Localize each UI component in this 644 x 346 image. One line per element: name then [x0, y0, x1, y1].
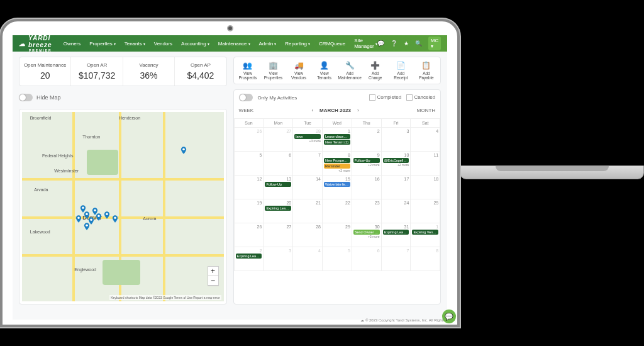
calendar-day[interactable]: 9Follow-Up+2 more	[352, 152, 381, 176]
calendar-day[interactable]: 28	[293, 223, 323, 247]
calendar-day[interactable]: 1Expiring Vendor…	[411, 223, 440, 247]
calendar-day[interactable]: 14	[293, 176, 323, 199]
month-view-button[interactable]: MONTH	[417, 108, 435, 113]
calendar-event[interactable]: Expiring Vendor…	[412, 230, 438, 235]
chat-button[interactable]: 💬	[442, 310, 447, 320]
nav-reporting[interactable]: Reporting	[285, 38, 310, 49]
calendar-event[interactable]: Expiring Lease (…	[383, 230, 409, 235]
stat-open-ar[interactable]: Open AR$107,732	[71, 57, 123, 86]
zoom-in-button[interactable]: +	[208, 267, 218, 276]
chat-icon[interactable]: 💬	[377, 40, 384, 47]
calendar-day[interactable]: 11	[411, 152, 440, 176]
calendar-day[interactable]: 26	[234, 223, 264, 247]
calendar-event[interactable]: Reminder	[324, 164, 350, 169]
nav-tenants[interactable]: Tenants	[125, 38, 145, 49]
calendar-day[interactable]: 21	[293, 199, 323, 223]
nav-admin[interactable]: Admin	[259, 38, 277, 49]
brand-logo[interactable]: ☁ YARDI breeze PREMIER	[19, 35, 52, 52]
calendar-event[interactable]: New Tenant (1)	[324, 140, 350, 145]
calendar-day[interactable]: 27	[264, 223, 293, 247]
calendar-day[interactable]: 29	[322, 223, 352, 247]
only-my-toggle[interactable]	[239, 94, 253, 101]
calendar-day[interactable]: 16	[352, 176, 381, 199]
action-add-maintenance[interactable]: 🔧AddMaintenance	[337, 61, 363, 80]
calendar-event[interactable]: Waive late fee r…	[324, 182, 350, 187]
calendar-day[interactable]: 7	[381, 247, 411, 271]
calendar-event[interactable]: New Prospect (3)	[324, 158, 350, 163]
help-icon[interactable]: ❔	[391, 40, 397, 47]
calendar-event[interactable]: lawn	[294, 134, 321, 139]
calendar-event[interactable]: Follow-Up	[353, 158, 380, 163]
user-menu[interactable]: MC ▾	[428, 36, 441, 50]
calendar-day[interactable]: 3	[381, 128, 411, 152]
calendar-day[interactable]: 27	[264, 128, 293, 152]
calendar-day[interactable]: 4	[411, 128, 440, 152]
search-icon[interactable]: 🔍	[415, 40, 422, 47]
nav-owners[interactable]: Owners	[64, 38, 81, 49]
calendar-day[interactable]: 12	[234, 176, 264, 199]
prev-month-button[interactable]: ‹	[311, 108, 313, 113]
action-add-charge[interactable]: ➕AddCharge	[362, 61, 388, 80]
nav-maintenance[interactable]: Maintenance	[218, 38, 250, 49]
map-pin-icon[interactable]	[82, 222, 91, 231]
calendar-day[interactable]: 15Waive late fee r…	[322, 176, 352, 199]
calendar-event[interactable]: Send Owner M…	[353, 230, 380, 235]
action-view-properties[interactable]: 🏢ViewProperties	[260, 61, 286, 80]
nav-vendors[interactable]: Vendors	[154, 38, 172, 49]
next-month-button[interactable]: ›	[357, 108, 359, 113]
calendar-day[interactable]: 7	[293, 152, 323, 176]
action-view-vendors[interactable]: 🚚ViewVendors	[286, 61, 312, 80]
action-view-prospects[interactable]: 👥ViewProspects	[235, 61, 261, 80]
calendar-day[interactable]: 2	[352, 128, 381, 152]
map-pin-icon[interactable]	[179, 146, 188, 155]
calendar-day[interactable]: 31Expiring Lease (…	[381, 223, 411, 247]
calendar-day[interactable]: 25	[411, 199, 440, 223]
map[interactable]: Broomfield Henderson Thornton Federal He…	[22, 112, 224, 301]
nav-site-manager[interactable]: Site Manager	[354, 38, 377, 49]
calendar-day[interactable]: 28lawn+3 more	[293, 128, 323, 152]
action-add-payable[interactable]: 📋AddPayable	[414, 61, 440, 80]
calendar-event[interactable]: @EricCapelle pl…	[383, 158, 409, 163]
canceled-filter[interactable]: Canceled	[406, 94, 435, 101]
action-add-receipt[interactable]: 📄AddReceipt	[388, 61, 414, 80]
hide-map-row: Hide Map	[19, 91, 227, 104]
calendar-day[interactable]: 26	[234, 128, 264, 152]
star-icon[interactable]: ★	[404, 40, 409, 47]
calendar-day[interactable]: 22	[322, 199, 352, 223]
calendar-day[interactable]: 2Expiring Lease (…	[234, 247, 264, 271]
calendar-event[interactable]: Follow-Up	[265, 182, 291, 187]
calendar-day[interactable]: 30Send Owner M…+5 more	[352, 223, 381, 247]
calendar-day[interactable]: 20Expiring Lease (…	[264, 199, 293, 223]
calendar-event[interactable]: Lease clause -…	[324, 134, 350, 139]
stat-vacancy[interactable]: Vacancy36%	[123, 57, 175, 86]
nav-crmqueue[interactable]: CRMQueue	[319, 38, 345, 49]
calendar-day[interactable]: 24	[381, 199, 411, 223]
week-view-button[interactable]: WEEK	[239, 108, 254, 113]
calendar-day[interactable]: 6	[352, 247, 381, 271]
calendar-day[interactable]: 5	[234, 152, 264, 176]
nav-accounting[interactable]: Accounting	[181, 38, 209, 49]
hide-map-toggle[interactable]	[19, 94, 33, 101]
calendar-day[interactable]: 13Follow-Up	[264, 176, 293, 199]
nav-properties[interactable]: Properties	[89, 38, 115, 49]
calendar-day[interactable]: 1Lease clause -…New Tenant (1)	[322, 128, 352, 152]
calendar-day[interactable]: 8New Prospect (3)Reminder+2 more	[322, 152, 352, 176]
calendar-day[interactable]: 19	[234, 199, 264, 223]
calendar-day[interactable]: 10@EricCapelle pl…+2 more	[381, 152, 411, 176]
calendar-day[interactable]: 17	[381, 176, 411, 199]
calendar-event[interactable]: Expiring Lease (…	[236, 254, 262, 259]
calendar-day[interactable]: 5	[322, 247, 352, 271]
calendar-event[interactable]: Expiring Lease (…	[265, 206, 291, 211]
stat-open-maintenance[interactable]: Open Maintenance20	[19, 57, 71, 86]
calendar-day[interactable]: 18	[411, 176, 440, 199]
calendar-day[interactable]: 6	[264, 152, 293, 176]
completed-filter[interactable]: Completed	[369, 94, 401, 101]
zoom-out-button[interactable]: −	[208, 276, 218, 286]
stat-open-ap[interactable]: Open AP$4,402	[175, 57, 226, 86]
calendar-day[interactable]: 3	[264, 247, 293, 271]
action-view-tenants[interactable]: 👤ViewTenants	[311, 61, 337, 80]
map-pin-icon[interactable]	[111, 215, 119, 223]
calendar-day[interactable]: 8	[411, 247, 440, 271]
calendar-day[interactable]: 4	[293, 247, 323, 271]
calendar-day[interactable]: 23	[352, 199, 381, 223]
